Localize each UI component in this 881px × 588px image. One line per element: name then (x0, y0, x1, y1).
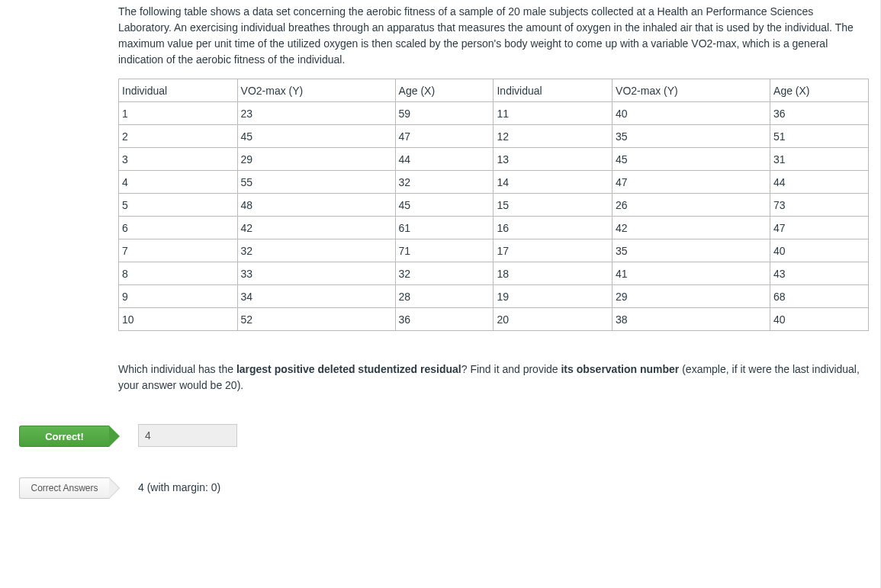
table-row: 93428192968 (119, 285, 869, 308)
table-cell: 34 (237, 285, 395, 308)
table-cell: 20 (494, 308, 613, 331)
table-cell: 71 (395, 239, 494, 262)
table-cell: 40 (770, 239, 869, 262)
data-table: Individual VO2-max (Y) Age (X) Individua… (118, 79, 869, 331)
col-header: Age (X) (770, 79, 869, 102)
table-header-row: Individual VO2-max (Y) Age (X) Individua… (119, 79, 869, 102)
table-cell: 13 (494, 148, 613, 171)
table-cell: 61 (395, 217, 494, 239)
question-part: ? Find it and provide (461, 363, 561, 375)
question-part: Which individual has the (118, 363, 236, 375)
table-cell: 32 (395, 171, 494, 194)
table-cell: 42 (237, 217, 395, 239)
question-bold: its observation number (561, 363, 679, 375)
table-cell: 38 (613, 308, 770, 331)
table-row: 32944134531 (119, 148, 869, 171)
table-cell: 23 (237, 102, 395, 125)
table-cell: 45 (613, 148, 770, 171)
table-cell: 32 (237, 239, 395, 262)
question-content: The following table shows a data set con… (118, 0, 869, 506)
correct-answer-text: 4 (with margin: 0) (138, 481, 220, 493)
table-cell: 12 (494, 125, 613, 148)
table-cell: 10 (119, 308, 238, 331)
table-cell: 68 (770, 285, 869, 308)
table-cell: 28 (395, 285, 494, 308)
table-row: 73271173540 (119, 239, 869, 262)
table-cell: 6 (119, 217, 238, 239)
table-cell: 59 (395, 102, 494, 125)
col-header: VO2-max (Y) (613, 79, 770, 102)
table-cell: 36 (395, 308, 494, 331)
table-cell: 45 (395, 194, 494, 217)
table-cell: 35 (613, 239, 770, 262)
table-cell: 55 (237, 171, 395, 194)
table-cell: 47 (613, 171, 770, 194)
table-row: 83332184143 (119, 262, 869, 285)
table-cell: 7 (119, 239, 238, 262)
table-row: 54845152673 (119, 194, 869, 217)
table-row: 24547123551 (119, 125, 869, 148)
question-bold: largest positive deleted studentized res… (236, 363, 461, 375)
table-cell: 2 (119, 125, 238, 148)
col-header: Individual (119, 79, 238, 102)
table-row: 105236203840 (119, 308, 869, 331)
table-cell: 73 (770, 194, 869, 217)
col-header: Age (X) (395, 79, 494, 102)
question-text: Which individual has the largest positiv… (118, 361, 869, 394)
table-cell: 47 (770, 217, 869, 239)
table-cell: 9 (119, 285, 238, 308)
table-cell: 29 (237, 148, 395, 171)
intro-text: The following table shows a data set con… (118, 4, 869, 68)
table-cell: 26 (613, 194, 770, 217)
col-header: Individual (494, 79, 613, 102)
table-cell: 44 (770, 171, 869, 194)
table-cell: 8 (119, 262, 238, 285)
correct-answer-row: Correct Answers 4 (with margin: 0) (118, 476, 869, 506)
table-row: 45532144744 (119, 171, 869, 194)
table-row: 64261164247 (119, 217, 869, 239)
table-cell: 52 (237, 308, 395, 331)
table-row: 12359114036 (119, 102, 869, 125)
table-cell: 41 (613, 262, 770, 285)
table-cell: 44 (395, 148, 494, 171)
table-cell: 18 (494, 262, 613, 285)
col-header: VO2-max (Y) (237, 79, 395, 102)
table-cell: 40 (613, 102, 770, 125)
correct-tag: Correct! (19, 426, 109, 447)
table-cell: 43 (770, 262, 869, 285)
table-cell: 1 (119, 102, 238, 125)
table-cell: 31 (770, 148, 869, 171)
answer-input[interactable] (138, 424, 237, 447)
table-cell: 16 (494, 217, 613, 239)
table-cell: 42 (613, 217, 770, 239)
table-cell: 15 (494, 194, 613, 217)
table-cell: 14 (494, 171, 613, 194)
table-cell: 45 (237, 125, 395, 148)
correct-answers-tag: Correct Answers (19, 477, 109, 499)
correct-answers-label: Correct Answers (31, 483, 98, 493)
correct-tag-label: Correct! (45, 431, 84, 442)
table-cell: 33 (237, 262, 395, 285)
table-cell: 29 (613, 285, 770, 308)
table-cell: 17 (494, 239, 613, 262)
table-cell: 47 (395, 125, 494, 148)
table-cell: 35 (613, 125, 770, 148)
table-cell: 4 (119, 171, 238, 194)
table-cell: 48 (237, 194, 395, 217)
question-container: The following table shows a data set con… (0, 0, 881, 588)
table-cell: 19 (494, 285, 613, 308)
table-cell: 3 (119, 148, 238, 171)
table-cell: 5 (119, 194, 238, 217)
table-cell: 51 (770, 125, 869, 148)
table-cell: 32 (395, 262, 494, 285)
table-cell: 40 (770, 308, 869, 331)
table-cell: 11 (494, 102, 613, 125)
table-cell: 36 (770, 102, 869, 125)
user-answer-row: Correct! (118, 424, 869, 455)
